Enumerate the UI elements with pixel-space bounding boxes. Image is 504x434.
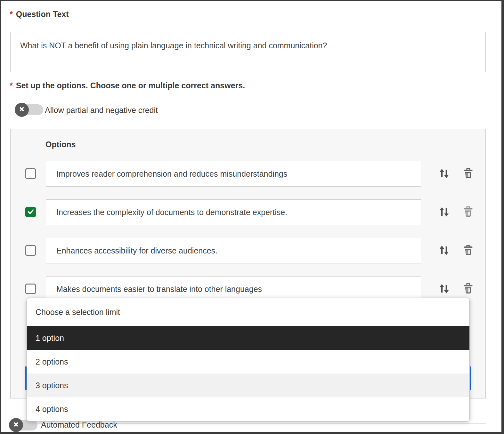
question-text-input[interactable]: What is NOT a benefit of using plain lan… xyxy=(10,32,486,72)
required-asterisk: * xyxy=(10,81,13,90)
option-3-input[interactable]: Enhances accessibility for diverse audie… xyxy=(46,238,421,263)
option-3-delete-button[interactable] xyxy=(463,244,474,257)
setup-options-label-text: Set up the options. Choose one or multip… xyxy=(16,81,245,90)
menu-item-3-options[interactable]: 3 options xyxy=(27,374,469,397)
question-editor-page: *Question Text What is NOT a benefit of … xyxy=(0,0,504,434)
option-1-input[interactable]: Improves reader comprehension and reduce… xyxy=(46,161,421,187)
option-2-text: Increases the complexity of documents to… xyxy=(56,208,287,217)
option-1-text: Improves reader comprehension and reduce… xyxy=(56,169,287,179)
menu-item-placeholder[interactable]: Choose a selection limit xyxy=(27,298,469,326)
trash-icon xyxy=(463,252,474,257)
setup-options-label: *Set up the options. Choose one or multi… xyxy=(10,81,245,90)
option-4-checkbox[interactable] xyxy=(25,284,36,294)
options-panel-title: Options xyxy=(45,140,76,149)
check-icon xyxy=(27,208,35,217)
menu-item-1-option[interactable]: 1 option xyxy=(27,326,469,350)
option-4-delete-button[interactable] xyxy=(463,283,474,295)
option-2-reorder-button[interactable] xyxy=(439,206,450,219)
partial-credit-label: Allow partial and negative credit xyxy=(45,106,158,115)
option-2-checkbox-checked[interactable] xyxy=(25,207,36,217)
option-1-delete-button[interactable] xyxy=(463,167,474,180)
option-3-text: Enhances accessibility for diverse audie… xyxy=(56,246,217,255)
option-3-reorder-button[interactable] xyxy=(439,245,450,257)
option-2-input[interactable]: Increases the complexity of documents to… xyxy=(46,199,421,225)
question-text-label-text: Question Text xyxy=(16,10,69,19)
option-3-checkbox[interactable] xyxy=(25,245,36,256)
reorder-arrows-icon xyxy=(439,252,450,257)
reorder-arrows-icon xyxy=(439,291,450,295)
trash-icon xyxy=(463,290,474,295)
menu-item-label: Choose a selection limit xyxy=(36,308,120,317)
partial-credit-toggle[interactable] xyxy=(15,102,44,117)
trash-icon xyxy=(463,175,474,180)
option-1-checkbox[interactable] xyxy=(25,168,36,179)
x-icon xyxy=(18,106,25,114)
menu-item-label: 1 option xyxy=(36,334,64,343)
reorder-arrows-icon xyxy=(439,175,450,180)
menu-item-4-options[interactable]: 4 options xyxy=(27,397,469,421)
menu-item-label: 3 options xyxy=(36,381,68,390)
option-4-reorder-button[interactable] xyxy=(439,283,450,295)
question-text-value: What is NOT a benefit of using plain lan… xyxy=(20,41,327,50)
automated-feedback-label: Automated Feedback xyxy=(41,420,117,430)
toggle-knob-off xyxy=(9,418,23,432)
question-text-label: *Question Text xyxy=(10,10,69,19)
option-2-delete-button[interactable] xyxy=(463,206,474,218)
required-asterisk: * xyxy=(10,10,13,19)
toggle-knob-off xyxy=(15,103,29,117)
x-icon xyxy=(12,421,20,429)
menu-item-label: 2 options xyxy=(36,357,68,366)
trash-icon xyxy=(463,213,474,218)
reorder-arrows-icon xyxy=(439,214,450,219)
option-4-text: Makes documents easier to translate into… xyxy=(56,285,262,294)
selection-limit-menu: Choose a selection limit 1 option 2 opti… xyxy=(27,298,470,422)
menu-item-2-options[interactable]: 2 options xyxy=(27,350,469,374)
menu-item-label: 4 options xyxy=(36,405,68,414)
option-1-reorder-button[interactable] xyxy=(439,168,450,180)
